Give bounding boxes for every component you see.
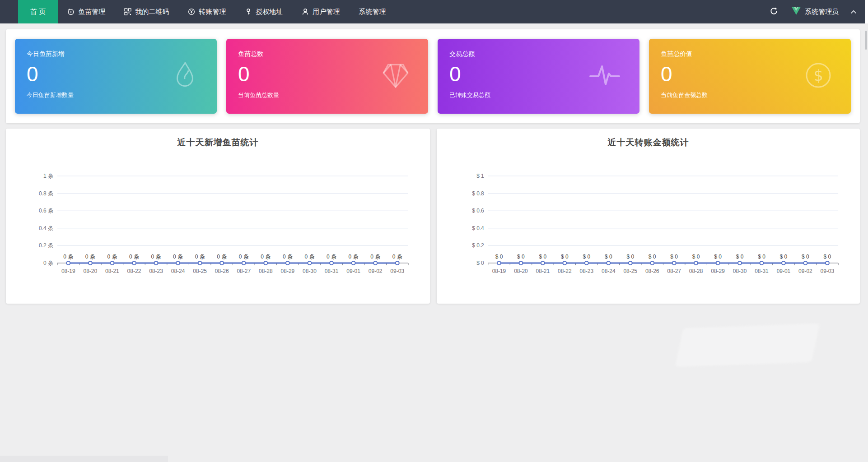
svg-text:$ 0: $ 0: [780, 254, 788, 260]
svg-text:$ 0: $ 0: [692, 254, 700, 260]
chart-title: 近十天转账金额统计: [437, 129, 860, 148]
stat-card-title: 今日鱼苗新增: [27, 50, 205, 58]
svg-text:0 条: 0 条: [392, 254, 402, 260]
pulse-icon: [588, 62, 621, 91]
svg-text:08-24: 08-24: [171, 268, 185, 274]
svg-text:08-23: 08-23: [149, 268, 163, 274]
svg-text:08-26: 08-26: [215, 268, 229, 274]
svg-text:$ 0: $ 0: [605, 254, 612, 260]
svg-text:08-20: 08-20: [514, 268, 528, 274]
svg-text:09-01: 09-01: [777, 268, 791, 274]
svg-text:0.6 条: 0.6 条: [39, 208, 53, 214]
svg-text:$ 0: $ 0: [539, 254, 547, 260]
svg-text:08-30: 08-30: [733, 268, 747, 274]
svg-text:08-27: 08-27: [667, 268, 681, 274]
stat-card-subtitle: 当前鱼苗金额总数: [661, 91, 839, 99]
nav-item-label: 系统管理: [359, 8, 386, 16]
refresh-button[interactable]: [768, 5, 780, 18]
svg-text:08-19: 08-19: [492, 268, 506, 274]
user-icon: [302, 8, 309, 15]
stat-card-total-fry: 鱼苗总数 0 当前鱼苗总数量: [226, 39, 428, 114]
transfer-amount-line-chart: $ 1$ 0.8$ 0.6$ 0.4$ 0.2$ 0$ 008-19$ 008-…: [437, 129, 860, 304]
svg-text:0 条: 0 条: [43, 260, 53, 266]
svg-text:$ 0: $ 0: [583, 254, 591, 260]
chart-card-new-fry: 近十天新增鱼苗统计 1 条0.8 条0.6 条0.4 条0.2 条0 条0 条0…: [6, 129, 430, 304]
nav-item-home[interactable]: 首 页: [18, 0, 58, 23]
svg-text:$: $: [813, 66, 823, 84]
refresh-icon: [770, 7, 778, 17]
nav-item-label: 转账管理: [199, 8, 226, 16]
vue-logo-icon: [792, 7, 801, 17]
svg-text:$ 0: $ 0: [517, 254, 525, 260]
stat-card-subtitle: 当前鱼苗总数量: [238, 91, 416, 99]
top-navbar: 首 页 鱼苗管理 我的二维码: [0, 0, 865, 23]
svg-text:$ 0: $ 0: [626, 254, 634, 260]
flame-icon: [171, 60, 199, 92]
svg-text:0 条: 0 条: [349, 254, 359, 260]
svg-text:$ 0.2: $ 0.2: [472, 242, 484, 249]
nav-item-label: 用户管理: [313, 8, 340, 16]
nav-item-transfer-management[interactable]: 转账管理: [178, 0, 235, 23]
svg-text:0.8 条: 0.8 条: [39, 190, 53, 197]
stat-card-total-transactions: 交易总额 0 已转账交易总额: [438, 39, 639, 114]
username: 系统管理员: [805, 8, 839, 16]
nav-item-user-management[interactable]: 用户管理: [292, 0, 349, 23]
svg-text:0 条: 0 条: [63, 254, 73, 260]
user-menu[interactable]: 系统管理员: [792, 7, 857, 17]
svg-text:$ 0: $ 0: [649, 254, 656, 260]
main-content: 今日鱼苗新增 0 今日鱼苗新增数量 鱼苗总数 0 当前鱼苗总数量: [6, 23, 860, 304]
key-icon: [245, 8, 252, 15]
svg-text:09-02: 09-02: [798, 268, 812, 274]
svg-text:0 条: 0 条: [261, 254, 271, 260]
svg-text:$ 0: $ 0: [824, 254, 831, 260]
svg-text:08-31: 08-31: [755, 268, 769, 274]
vertical-scrollbar[interactable]: [865, 31, 867, 50]
svg-text:$ 0.8: $ 0.8: [472, 190, 484, 197]
nav-item-label: 鱼苗管理: [78, 8, 105, 16]
svg-text:0.2 条: 0.2 条: [39, 242, 53, 249]
charts-row: 近十天新增鱼苗统计 1 条0.8 条0.6 条0.4 条0.2 条0 条0 条0…: [6, 129, 860, 304]
svg-text:08-31: 08-31: [325, 268, 339, 274]
stat-card-today-new-fry: 今日鱼苗新增 0 今日鱼苗新增数量: [15, 39, 217, 114]
svg-text:08-20: 08-20: [83, 268, 97, 274]
taskbar-edge: [0, 456, 168, 462]
svg-text:$ 0: $ 0: [476, 260, 484, 266]
svg-text:08-24: 08-24: [602, 268, 616, 274]
nav-item-label: 我的二维码: [135, 8, 169, 16]
svg-text:08-29: 08-29: [711, 268, 725, 274]
nav-item-system-management[interactable]: 系统管理: [349, 0, 395, 23]
svg-text:08-23: 08-23: [580, 268, 594, 274]
main-menu: 首 页 鱼苗管理 我的二维码: [0, 0, 395, 23]
svg-text:$ 0.4: $ 0.4: [472, 225, 484, 231]
svg-text:0.4 条: 0.4 条: [39, 225, 53, 231]
chart-title: 近十天新增鱼苗统计: [6, 129, 430, 148]
svg-text:0 条: 0 条: [195, 254, 205, 260]
nav-item-label: 授权地址: [256, 8, 283, 16]
svg-text:0 条: 0 条: [370, 254, 380, 260]
svg-text:08-30: 08-30: [303, 268, 317, 274]
svg-text:09-01: 09-01: [346, 268, 360, 274]
stats-panel: 今日鱼苗新增 0 今日鱼苗新增数量 鱼苗总数 0 当前鱼苗总数量: [6, 29, 860, 123]
svg-text:08-25: 08-25: [193, 268, 207, 274]
svg-text:0 条: 0 条: [85, 254, 95, 260]
svg-text:0 条: 0 条: [283, 254, 293, 260]
svg-text:0 条: 0 条: [151, 254, 161, 260]
watermark: [675, 323, 820, 367]
svg-text:0 条: 0 条: [129, 254, 139, 260]
svg-text:08-26: 08-26: [645, 268, 659, 274]
svg-text:08-25: 08-25: [623, 268, 637, 274]
stat-card-total-fry-value: 鱼苗总价值 0 当前鱼苗金额总数 $: [649, 39, 851, 114]
nav-item-authorized-address[interactable]: 授权地址: [235, 0, 292, 23]
nav-item-fry-management[interactable]: 鱼苗管理: [58, 0, 115, 23]
dollar-icon: $: [804, 61, 833, 92]
stat-card-title: 交易总额: [449, 50, 628, 58]
svg-text:0 条: 0 条: [173, 254, 183, 260]
svg-text:08-28: 08-28: [689, 268, 703, 274]
nav-item-my-qrcode[interactable]: 我的二维码: [115, 0, 178, 23]
navbar-right: 系统管理员: [768, 0, 865, 23]
svg-text:0 条: 0 条: [107, 254, 117, 260]
svg-text:$ 0.6: $ 0.6: [472, 208, 484, 214]
stat-card-title: 鱼苗总数: [238, 50, 416, 58]
nav-item-label: 首 页: [30, 8, 46, 16]
svg-text:08-19: 08-19: [61, 268, 75, 274]
